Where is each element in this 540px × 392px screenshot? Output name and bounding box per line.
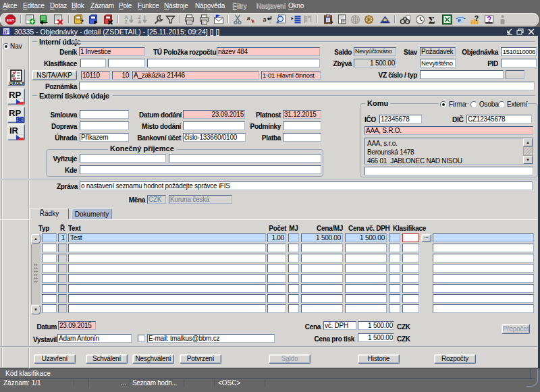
svg-text:a: a bbox=[253, 20, 256, 25]
svg-text:?: ? bbox=[80, 18, 84, 25]
svg-text:ÚKOLY: ÚKOLY bbox=[9, 80, 24, 86]
svg-text:A: A bbox=[138, 20, 142, 24]
svg-text:Z: Z bbox=[125, 20, 128, 24]
svg-text:Σ: Σ bbox=[429, 15, 435, 26]
svg-text:e: e bbox=[458, 16, 461, 24]
svg-text:?: ? bbox=[475, 14, 479, 22]
svg-text:IR: IR bbox=[9, 125, 19, 136]
svg-text:a: a bbox=[263, 16, 267, 23]
svg-text:Z: Z bbox=[138, 15, 142, 20]
svg-text:a: a bbox=[247, 14, 250, 22]
svg-text:a: a bbox=[269, 20, 272, 25]
svg-text:EXIT: EXIT bbox=[7, 18, 14, 22]
svg-text:RP: RP bbox=[9, 108, 21, 118]
svg-text:RP: RP bbox=[9, 90, 21, 100]
svg-text:A: A bbox=[125, 15, 128, 20]
